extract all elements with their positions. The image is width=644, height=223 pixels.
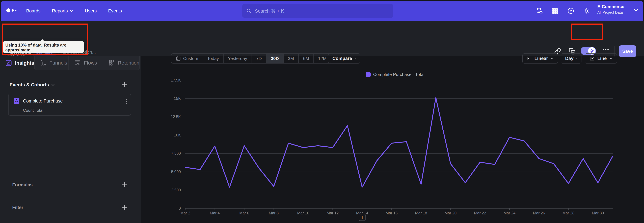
nav-item-boards[interactable]: Boards (26, 9, 40, 14)
logo-dot-medium (12, 9, 14, 12)
legend-swatch (366, 72, 371, 77)
tab-insights-label: Insights (15, 60, 34, 66)
chevron-down-icon (70, 10, 74, 12)
chevron-down-icon (634, 9, 638, 12)
range-today-label: Today (207, 56, 219, 61)
svg-text:7,500: 7,500 (171, 151, 181, 156)
event-card[interactable]: A Complete Purchase Count Total (8, 94, 131, 116)
apps-grid-icon[interactable] (552, 8, 558, 14)
svg-text:Mar 10: Mar 10 (297, 211, 309, 215)
tooltip-text: Using 10% of data. Results are approxima… (5, 43, 82, 52)
events-cohorts-header[interactable]: Events & Cohorts (10, 82, 55, 87)
nav-item-reports[interactable]: Reports (52, 9, 74, 14)
annotation-rectangle-toggle (571, 24, 604, 40)
report-header: Untitled Sampled + Add description... Sa… (0, 21, 644, 56)
mixpanel-logo[interactable] (6, 9, 16, 13)
chevron-down-icon (51, 84, 55, 86)
svg-text:Mar 22: Mar 22 (474, 211, 486, 215)
range-6m-label: 6M (303, 56, 309, 61)
nav-item-boards-label: Boards (26, 9, 40, 14)
save-button[interactable]: Save (619, 45, 636, 57)
nav-item-users-label: Users (85, 9, 97, 14)
svg-text:Mar 2: Mar 2 (180, 211, 190, 215)
nav-item-events[interactable]: Events (108, 9, 122, 14)
query-builder-sidebar: Insights Funnels Flows Retention Events … (0, 56, 142, 223)
retention-icon (108, 60, 115, 66)
event-metric[interactable]: Count Total (23, 108, 43, 113)
legend-label: Complete Purchase - Total (373, 72, 424, 77)
flows-icon (74, 59, 81, 66)
section-formulas-label: Formulas (12, 182, 33, 187)
add-event-button[interactable] (122, 81, 128, 87)
range-7d-label: 7D (256, 56, 262, 61)
svg-text:Mar 12: Mar 12 (327, 211, 339, 215)
svg-text:2,500: 2,500 (171, 188, 181, 192)
svg-text:15K: 15K (174, 96, 181, 101)
range-3m[interactable]: 3M (283, 54, 298, 63)
svg-text:5,000: 5,000 (171, 170, 181, 174)
chart-type-dropdown[interactable]: Line (585, 53, 617, 64)
project-selector[interactable]: E-Commerce All Project Data (598, 4, 624, 15)
tab-retention[interactable]: Retention (103, 56, 139, 70)
range-6m[interactable]: 6M (298, 54, 314, 63)
sampling-tooltip: Using 10% of data. Results are approxima… (3, 41, 84, 53)
compare-dropdown[interactable]: Compare (328, 53, 360, 64)
chevron-down-icon (610, 57, 613, 60)
logo-dot-small (15, 10, 16, 11)
tab-flows-label: Flows (84, 60, 97, 66)
logo-dot-large (6, 9, 10, 13)
calendar-icon (176, 56, 181, 61)
svg-text:0: 0 (178, 206, 181, 210)
range-7d[interactable]: 7D (252, 54, 266, 63)
search-input[interactable]: Search ⌘ + K (242, 4, 393, 18)
tab-insights[interactable]: Insights (0, 56, 34, 70)
range-30d-label: 30D (271, 56, 279, 61)
events-cohorts-label: Events & Cohorts (10, 82, 49, 87)
svg-text:Mar 26: Mar 26 (533, 211, 545, 215)
search-icon (246, 8, 252, 14)
svg-text:Mar 20: Mar 20 (444, 211, 457, 215)
chevron-down-icon (551, 57, 554, 60)
more-options-icon[interactable] (603, 49, 608, 50)
linear-axis-icon (527, 56, 532, 61)
insights-icon (5, 60, 12, 66)
interval-label: Day (565, 56, 574, 61)
range-custom[interactable]: Custom (172, 54, 202, 63)
builder-rail (5, 75, 5, 217)
tab-funnels[interactable]: Funnels (34, 56, 68, 70)
series-letter-badge: A (14, 98, 19, 104)
settings-gear-icon[interactable] (583, 8, 590, 14)
event-name: Complete Purchase (23, 98, 63, 104)
compare-label: Compare (332, 56, 352, 61)
nav-item-users[interactable]: Users (85, 9, 97, 14)
section-filter-label: Filter (12, 205, 23, 210)
scale-dropdown[interactable]: Linear (522, 53, 558, 64)
chart-legend[interactable]: Complete Purchase - Total (366, 72, 424, 77)
tab-flows[interactable]: Flows (68, 56, 103, 70)
svg-text:Mar 30: Mar 30 (592, 211, 604, 215)
svg-text:Mar 16: Mar 16 (386, 211, 398, 215)
add-filter-button[interactable] (122, 204, 128, 210)
interval-dropdown[interactable]: Day (561, 53, 582, 64)
svg-text:Mar 6: Mar 6 (239, 211, 249, 215)
tab-funnels-label: Funnels (49, 60, 67, 66)
chevron-down-icon (576, 57, 577, 60)
search-placeholder: Search ⌘ + K (255, 8, 284, 14)
line-chart-icon (589, 56, 595, 61)
primary-nav: Boards Reports Users Events (26, 1, 122, 21)
svg-text:Mar 28: Mar 28 (562, 211, 574, 215)
top-navigation: Boards Reports Users Events Search ⌘ + K… (1, 1, 643, 21)
range-yesterday[interactable]: Yesterday (223, 54, 252, 63)
range-30d[interactable]: 30D (266, 54, 283, 63)
add-formula-button[interactable] (122, 181, 128, 188)
data-management-icon[interactable] (536, 8, 543, 14)
svg-text:Mar 24: Mar 24 (504, 211, 516, 215)
scale-label: Linear (534, 56, 548, 61)
range-today[interactable]: Today (202, 54, 223, 63)
plus-icon (122, 81, 128, 87)
help-icon[interactable]: ? (568, 8, 574, 14)
event-options-icon[interactable] (126, 99, 127, 104)
funnels-icon (40, 60, 46, 66)
report-type-tabs: Funnels Flows Retention (34, 56, 140, 70)
pagination-page-1[interactable]: 1 (359, 214, 366, 221)
